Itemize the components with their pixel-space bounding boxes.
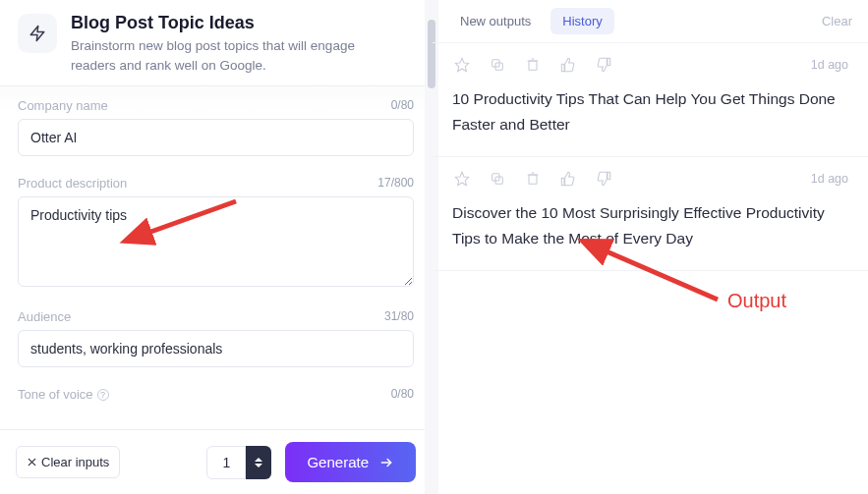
field-audience: Audience 31/80 bbox=[18, 309, 414, 367]
clear-outputs-button[interactable]: Clear bbox=[822, 14, 852, 28]
outputs-list: 1d ago 10 Productivity Tips That Can Hel… bbox=[433, 43, 868, 494]
thumbs-up-icon bbox=[560, 57, 576, 73]
field-company: Company name 0/80 bbox=[18, 98, 414, 156]
svg-rect-12 bbox=[561, 64, 564, 71]
thumbs-down-button[interactable] bbox=[594, 169, 613, 189]
copy-icon bbox=[490, 171, 505, 187]
svg-marker-4 bbox=[255, 464, 262, 467]
close-icon bbox=[27, 457, 37, 467]
audience-count: 31/80 bbox=[384, 309, 414, 323]
help-icon[interactable]: ? bbox=[97, 389, 109, 401]
thumbs-down-button[interactable] bbox=[594, 55, 613, 75]
audience-input[interactable] bbox=[18, 330, 414, 367]
favorite-button[interactable] bbox=[452, 55, 472, 75]
quantity-input[interactable] bbox=[206, 446, 246, 479]
form-area: Company name 0/80 Product description 17… bbox=[0, 85, 432, 429]
svg-marker-14 bbox=[455, 172, 468, 185]
tab-new-outputs[interactable]: New outputs bbox=[448, 8, 543, 34]
thumbs-up-button[interactable] bbox=[558, 55, 578, 75]
arrow-right-icon bbox=[378, 456, 394, 469]
page-subtitle: Brainstorm new blog post topics that wil… bbox=[71, 36, 395, 75]
copy-button[interactable] bbox=[488, 55, 507, 75]
svg-rect-9 bbox=[529, 61, 537, 70]
thumbs-up-icon bbox=[560, 171, 576, 187]
copy-button[interactable] bbox=[488, 169, 507, 189]
output-time: 1d ago bbox=[811, 172, 848, 186]
svg-rect-17 bbox=[529, 175, 537, 184]
output-time: 1d ago bbox=[811, 58, 848, 72]
right-header: New outputs History Clear bbox=[433, 0, 868, 43]
company-input[interactable] bbox=[18, 119, 414, 156]
header-text: Blog Post Topic Ideas Brainstorm new blo… bbox=[71, 12, 395, 76]
thumbs-up-button[interactable] bbox=[558, 169, 578, 189]
left-header: Blog Post Topic Ideas Brainstorm new blo… bbox=[0, 0, 432, 85]
left-footer: Clear inputs Generate bbox=[0, 429, 432, 494]
card-toolbar: 1d ago bbox=[452, 55, 848, 75]
chevron-up-down-icon bbox=[254, 458, 263, 467]
quantity-stepper bbox=[206, 446, 271, 479]
description-label: Product description bbox=[18, 176, 127, 191]
company-label: Company name bbox=[18, 98, 108, 113]
left-panel: Blog Post Topic Ideas Brainstorm new blo… bbox=[0, 0, 433, 494]
card-toolbar: 1d ago bbox=[452, 169, 848, 189]
thumbs-down-icon bbox=[596, 171, 611, 187]
generate-label: Generate bbox=[307, 454, 369, 470]
output-card[interactable]: 1d ago 10 Productivity Tips That Can Hel… bbox=[433, 43, 868, 157]
output-text: 10 Productivity Tips That Can Help You G… bbox=[452, 86, 848, 137]
generate-button[interactable]: Generate bbox=[285, 442, 416, 482]
template-icon-box bbox=[18, 14, 57, 53]
star-icon bbox=[454, 171, 470, 187]
delete-button[interactable] bbox=[523, 55, 543, 75]
svg-rect-20 bbox=[561, 178, 564, 185]
svg-rect-13 bbox=[608, 58, 610, 65]
output-text: Discover the 10 Most Surprisingly Effect… bbox=[452, 200, 848, 250]
field-row: Audience 31/80 bbox=[18, 309, 414, 324]
page-title: Blog Post Topic Ideas bbox=[71, 12, 395, 34]
thumbs-down-icon bbox=[596, 57, 611, 73]
svg-marker-6 bbox=[455, 58, 468, 71]
clear-inputs-button[interactable]: Clear inputs bbox=[16, 446, 120, 478]
bolt-icon bbox=[29, 25, 46, 42]
clear-inputs-label: Clear inputs bbox=[41, 455, 109, 469]
tab-history[interactable]: History bbox=[550, 8, 613, 34]
description-input[interactable]: Productivity tips bbox=[18, 196, 414, 287]
app-root: Blog Post Topic Ideas Brainstorm new blo… bbox=[0, 0, 868, 494]
svg-marker-3 bbox=[255, 458, 262, 462]
footer-right-group: Generate bbox=[206, 442, 416, 482]
field-row: Tone of voice? 0/80 bbox=[18, 387, 414, 402]
delete-button[interactable] bbox=[523, 169, 543, 189]
svg-rect-21 bbox=[608, 172, 610, 179]
star-icon bbox=[454, 57, 470, 73]
tone-count: 0/80 bbox=[391, 387, 414, 401]
svg-marker-0 bbox=[30, 27, 44, 41]
field-description: Product description 17/800 Productivity … bbox=[18, 176, 414, 290]
description-count: 17/800 bbox=[377, 176, 414, 190]
company-count: 0/80 bbox=[391, 98, 414, 112]
copy-icon bbox=[490, 57, 505, 73]
quantity-stepper-button[interactable] bbox=[246, 446, 271, 479]
right-panel: New outputs History Clear 1d ago 10 Prod… bbox=[433, 0, 868, 494]
trash-icon bbox=[525, 57, 541, 73]
trash-icon bbox=[525, 171, 541, 187]
favorite-button[interactable] bbox=[452, 169, 472, 189]
tone-label: Tone of voice? bbox=[18, 387, 109, 402]
audience-label: Audience bbox=[18, 309, 71, 324]
tone-label-text: Tone of voice bbox=[18, 387, 93, 402]
field-row: Company name 0/80 bbox=[18, 98, 414, 113]
output-card[interactable]: 1d ago Discover the 10 Most Surprisingly… bbox=[433, 157, 868, 271]
field-row: Product description 17/800 bbox=[18, 176, 414, 191]
field-tone: Tone of voice? 0/80 bbox=[18, 387, 414, 402]
